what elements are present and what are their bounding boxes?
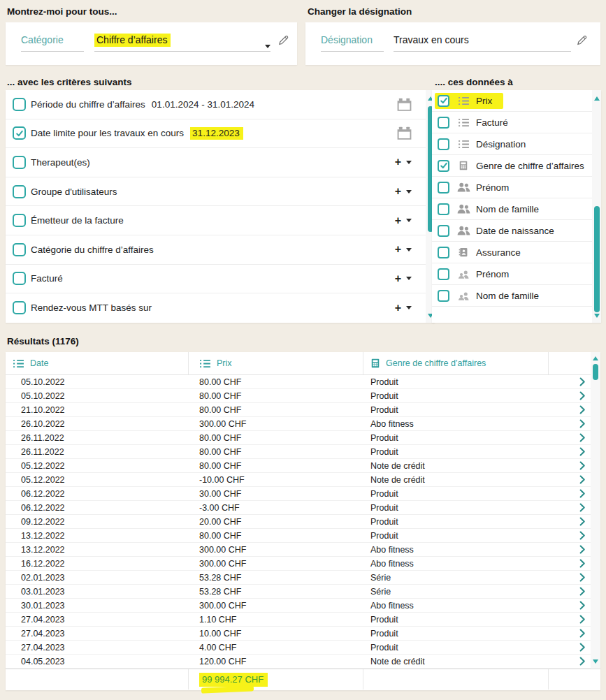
add-icon[interactable]: +: [395, 302, 401, 314]
caret-down-icon[interactable]: [406, 219, 412, 222]
edit-pencil-icon[interactable]: [278, 35, 289, 45]
row-open-chevron[interactable]: [549, 377, 591, 386]
dropdown-caret-icon[interactable]: [265, 38, 270, 51]
row-open-chevron[interactable]: [549, 503, 591, 512]
scroll-thumb[interactable]: [593, 364, 598, 380]
checkbox-unchecked[interactable]: [438, 203, 449, 215]
results-table: DatePrixGenre de chiffre d’affaires 05.1…: [6, 352, 600, 690]
checkbox-unchecked[interactable]: [13, 156, 26, 169]
row-open-chevron[interactable]: [549, 405, 591, 414]
criteria-control[interactable]: +: [395, 244, 412, 255]
checkbox-unchecked[interactable]: [438, 182, 449, 194]
criteria-control[interactable]: +: [395, 302, 412, 314]
row-open-chevron[interactable]: [549, 643, 591, 652]
checkbox-unchecked[interactable]: [13, 214, 26, 227]
criteria-value[interactable]: 01.01.2024 - 31.01.2024: [152, 99, 254, 110]
column-header-genre-de-chiffre-d-affaires[interactable]: Genre de chiffre d’affaires: [363, 352, 549, 374]
row-open-chevron[interactable]: [549, 391, 591, 400]
scroll-down-icon[interactable]: [593, 659, 598, 664]
criteria-control[interactable]: +: [395, 156, 412, 168]
table-row[interactable]: 05.10.202280.00 CHFProduit: [6, 375, 591, 389]
table-row[interactable]: 13.12.2022300.00 CHFAbo fitness: [6, 543, 591, 557]
checkbox-unchecked[interactable]: [13, 301, 26, 314]
checkbox-unchecked[interactable]: [438, 225, 449, 237]
checkbox-unchecked[interactable]: [438, 117, 449, 129]
table-row[interactable]: 05.10.202280.00 CHFProduit: [6, 389, 591, 403]
row-open-chevron[interactable]: [549, 489, 591, 498]
checkbox-unchecked[interactable]: [13, 98, 26, 111]
caret-down-icon[interactable]: [406, 161, 412, 164]
row-open-chevron[interactable]: [549, 629, 591, 638]
table-row[interactable]: 05.12.2022-10.00 CHFNote de crédit: [6, 473, 591, 487]
criteria-control[interactable]: [397, 98, 412, 111]
table-row[interactable]: 30.01.2023300.00 CHFAbo fitness: [6, 599, 591, 613]
table-row[interactable]: 26.10.2022300.00 CHFAbo fitness: [6, 417, 591, 431]
table-row[interactable]: 05.12.202280.00 CHFNote de crédit: [6, 459, 591, 473]
row-open-chevron[interactable]: [549, 517, 591, 526]
table-row[interactable]: 21.10.202280.00 CHFProduit: [6, 403, 591, 417]
scroll-down-icon[interactable]: [594, 314, 600, 318]
row-open-chevron[interactable]: [549, 461, 591, 470]
row-open-chevron[interactable]: [549, 657, 591, 666]
row-open-chevron[interactable]: [549, 573, 591, 582]
row-open-chevron[interactable]: [549, 531, 591, 540]
scroll-up-icon[interactable]: [594, 96, 600, 101]
edit-pencil-icon[interactable]: [577, 35, 587, 45]
row-open-chevron[interactable]: [549, 447, 591, 456]
checkbox-checked[interactable]: [13, 126, 26, 140]
column-header-date[interactable]: Date: [6, 352, 189, 374]
caret-down-icon[interactable]: [406, 190, 412, 194]
caret-down-icon[interactable]: [406, 277, 412, 280]
row-open-chevron[interactable]: [549, 475, 591, 484]
table-row[interactable]: 16.12.2022300.00 CHFAbo fitness: [6, 557, 591, 571]
table-row[interactable]: 27.04.20231.10 CHFProduit: [6, 613, 591, 627]
add-icon[interactable]: +: [395, 215, 401, 226]
checkbox-checked[interactable]: [438, 95, 449, 107]
row-open-chevron[interactable]: [549, 433, 591, 442]
caret-down-icon[interactable]: [406, 306, 412, 309]
table-row[interactable]: 02.01.202353.28 CHFSérie: [6, 571, 591, 585]
table-row[interactable]: 27.04.202310.00 CHFProduit: [6, 627, 591, 641]
table-row[interactable]: 26.11.202280.00 CHFProduit: [6, 431, 591, 445]
criteria-control[interactable]: +: [395, 273, 412, 284]
checkbox-unchecked[interactable]: [13, 243, 26, 256]
criteria-value[interactable]: 31.12.2023: [190, 127, 243, 140]
scroll-thumb[interactable]: [594, 206, 600, 312]
designation-value[interactable]: Travaux en cours: [394, 34, 469, 45]
category-value[interactable]: Chiffre d’affaires: [94, 34, 171, 45]
data-field-row: Prénom: [432, 263, 592, 285]
table-row[interactable]: 26.11.202280.00 CHFProduit: [6, 445, 591, 459]
table-row[interactable]: 03.01.202353.28 CHFSérie: [6, 585, 591, 599]
column-header-prix[interactable]: Prix: [189, 352, 363, 374]
table-row[interactable]: 27.04.20234.00 CHFProduit: [6, 641, 591, 655]
row-open-chevron[interactable]: [549, 601, 591, 610]
add-icon[interactable]: +: [395, 244, 401, 255]
checkbox-unchecked[interactable]: [13, 185, 26, 198]
add-icon[interactable]: +: [395, 273, 401, 284]
table-row[interactable]: 06.12.2022-3.00 CHFProduit: [6, 501, 591, 515]
checkbox-checked[interactable]: [438, 160, 449, 172]
checkbox-unchecked[interactable]: [438, 247, 449, 258]
checkbox-unchecked[interactable]: [438, 138, 449, 150]
row-open-chevron[interactable]: [549, 559, 591, 568]
table-row[interactable]: 13.12.202280.00 CHFProduit: [6, 529, 591, 543]
row-open-chevron[interactable]: [549, 419, 591, 428]
scroll-up-icon[interactable]: [593, 356, 598, 360]
add-icon[interactable]: +: [395, 186, 401, 197]
checkbox-unchecked[interactable]: [438, 290, 449, 302]
criteria-control[interactable]: [397, 126, 412, 140]
row-open-chevron[interactable]: [549, 545, 591, 554]
table-row[interactable]: 04.05.2023120.00 CHFNote de crédit: [6, 655, 591, 669]
checkbox-unchecked[interactable]: [438, 268, 449, 280]
caret-down-icon[interactable]: [406, 248, 412, 251]
criteria-control[interactable]: +: [395, 215, 412, 226]
results-scrollbar[interactable]: [591, 352, 600, 669]
add-icon[interactable]: +: [395, 156, 401, 168]
criteria-control[interactable]: +: [395, 186, 412, 197]
row-open-chevron[interactable]: [549, 615, 591, 624]
table-row[interactable]: 06.12.202230.00 CHFProduit: [6, 487, 591, 501]
table-row[interactable]: 09.12.202220.00 CHFProduit: [6, 515, 591, 529]
checkbox-unchecked[interactable]: [13, 272, 26, 285]
row-open-chevron[interactable]: [549, 587, 591, 596]
data-fields-scrollbar[interactable]: [592, 90, 601, 323]
